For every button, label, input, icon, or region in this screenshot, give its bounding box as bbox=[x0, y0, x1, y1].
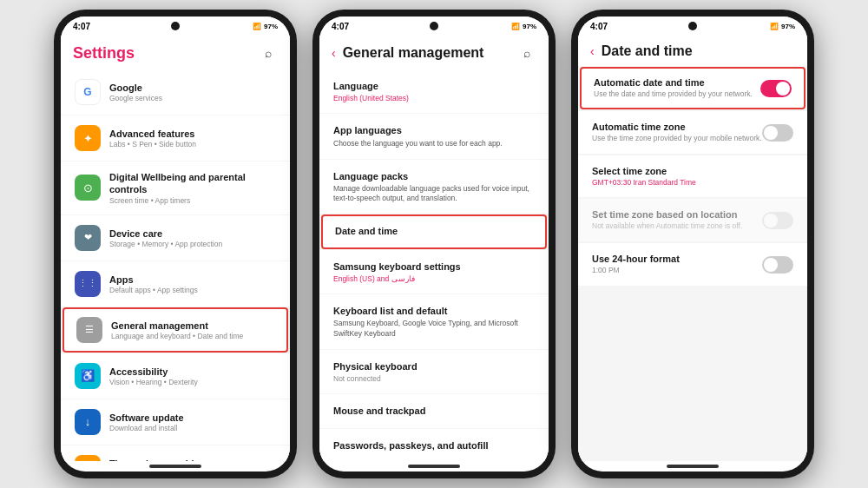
digital-text: Digital Wellbeing and parental controls … bbox=[109, 171, 276, 205]
software-text: Software update Download and install bbox=[109, 412, 276, 432]
settings-item-accessibility[interactable]: ♿ Accessibility Vision • Hearing • Dexte… bbox=[61, 353, 290, 399]
auto-date-time-toggle[interactable] bbox=[760, 80, 792, 97]
auto-timezone-title: Automatic time zone bbox=[592, 122, 762, 132]
status-icons-2: 📶 97% bbox=[511, 23, 536, 30]
toggle-knob-auto-timezone bbox=[764, 126, 778, 140]
app-languages-title: App languages bbox=[333, 124, 535, 137]
device-icon: ❤ bbox=[75, 225, 101, 251]
device-main: Device care bbox=[109, 228, 276, 240]
gm-item-samsung-keyboard[interactable]: Samsung keyboard settings English (US) a… bbox=[319, 250, 549, 293]
device-text: Device care Storage • Memory • App prote… bbox=[109, 228, 276, 248]
apps-text: Apps Default apps • App settings bbox=[109, 274, 276, 294]
toggle-knob-auto-date bbox=[776, 82, 790, 96]
search-icon-gm[interactable]: ⌕ bbox=[517, 43, 536, 63]
settings-item-digital[interactable]: ⊙ Digital Wellbeing and parental control… bbox=[61, 162, 290, 214]
settings-title: Settings bbox=[73, 44, 135, 63]
dt-item-auto-date-time[interactable]: Automatic date and time Use the date and… bbox=[580, 67, 806, 109]
accessibility-sub: Vision • Hearing • Dexterity bbox=[109, 378, 276, 386]
24hr-format-toggle[interactable] bbox=[762, 256, 793, 274]
24hr-format-title: Use 24-hour format bbox=[592, 254, 762, 264]
digital-icon: ⊙ bbox=[75, 175, 101, 201]
status-time-2: 4:07 bbox=[332, 22, 349, 31]
gm-item-date-time[interactable]: Date and time bbox=[321, 214, 547, 248]
advanced-text: Advanced features Labs • S Pen • Side bu… bbox=[109, 128, 276, 148]
24hr-format-left: Use 24-hour format 1:00 PM bbox=[592, 254, 762, 275]
dt-header: ‹ Date and time bbox=[578, 35, 807, 66]
gm-item-keyboard-list[interactable]: Keyboard list and default Samsung Keyboa… bbox=[319, 294, 549, 348]
camera-notch bbox=[171, 22, 180, 30]
status-time-3: 4:07 bbox=[590, 22, 608, 31]
gm-item-physical-keyboard[interactable]: Physical keyboard Not connected bbox=[319, 350, 549, 393]
set-timezone-location-toggle[interactable] bbox=[762, 212, 793, 229]
dt-item-auto-timezone[interactable]: Automatic time zone Use the time zone pr… bbox=[578, 111, 807, 154]
device-sub: Storage • Memory • App protection bbox=[109, 240, 276, 248]
settings-list: G Google Google services ✦ Advanced feat… bbox=[61, 69, 290, 461]
set-timezone-location-title: Set time zone based on location bbox=[592, 209, 762, 220]
gm-list: Language English (United States) App lan… bbox=[319, 69, 549, 461]
24hr-format-sub: 1:00 PM bbox=[592, 266, 762, 275]
general-main: General management bbox=[111, 320, 274, 332]
apps-icon: ⋮⋮ bbox=[75, 271, 101, 297]
search-icon[interactable]: ⌕ bbox=[259, 43, 278, 63]
tips-text: Tips and user guide Useful tips • New fe… bbox=[109, 458, 276, 461]
advanced-main: Advanced features bbox=[109, 128, 276, 140]
set-timezone-location-left: Set time zone based on location Not avai… bbox=[592, 209, 762, 231]
keyboard-list-title: Keyboard list and default bbox=[333, 305, 535, 318]
settings-item-google[interactable]: G Google Google services bbox=[61, 69, 290, 115]
status-time-1: 4:07 bbox=[73, 22, 90, 31]
app-languages-sub: Choose the language you want to use for … bbox=[333, 139, 535, 148]
software-sub: Download and install bbox=[109, 424, 276, 432]
language-title: Language bbox=[333, 80, 535, 93]
settings-item-software[interactable]: ↓ Software update Download and install bbox=[61, 399, 290, 445]
accessibility-text: Accessibility Vision • Hearing • Dexteri… bbox=[109, 366, 276, 386]
set-timezone-location-sub: Not available when Automatic time zone i… bbox=[592, 221, 762, 231]
date-time-screen: ‹ Date and time Automatic date and time … bbox=[578, 35, 807, 461]
accessibility-main: Accessibility bbox=[109, 366, 276, 378]
general-management-screen: ‹ General management ⌕ Language English … bbox=[319, 35, 549, 461]
passwords-title: Passwords, passkeys, and autofill bbox=[333, 439, 535, 452]
settings-screen: Settings ⌕ G Google Google services ✦ Ad… bbox=[61, 35, 290, 461]
physical-keyboard-sub: Not connected bbox=[333, 374, 535, 383]
gm-item-language-packs[interactable]: Language packs Manage downloadable langu… bbox=[319, 160, 549, 214]
gm-item-language[interactable]: Language English (United States) bbox=[319, 69, 549, 113]
settings-item-device[interactable]: ❤ Device care Storage • Memory • App pro… bbox=[61, 215, 290, 260]
settings-item-apps[interactable]: ⋮⋮ Apps Default apps • App settings bbox=[61, 261, 290, 307]
physical-keyboard-title: Physical keyboard bbox=[333, 360, 535, 373]
back-button-dt[interactable]: ‹ bbox=[590, 44, 595, 58]
phone-general-management: 4:07 📶 97% ‹ General management ⌕ Langua… bbox=[312, 10, 556, 478]
dt-item-set-timezone-location[interactable]: Set time zone based on location Not avai… bbox=[578, 199, 807, 241]
google-text: Google Google services bbox=[109, 82, 276, 102]
dt-list: Automatic date and time Use the date and… bbox=[578, 66, 807, 461]
select-timezone-left: Select time zone GMT+03:30 Iran Standard… bbox=[592, 166, 793, 187]
camera-notch-2 bbox=[430, 22, 438, 30]
auto-timezone-toggle[interactable] bbox=[762, 124, 793, 142]
settings-item-advanced[interactable]: ✦ Advanced features Labs • S Pen • Side … bbox=[61, 115, 290, 161]
gm-item-passwords[interactable]: Passwords, passkeys, and autofill bbox=[319, 429, 549, 461]
language-sub: English (United States) bbox=[333, 94, 535, 102]
samsung-keyboard-title: Samsung keyboard settings bbox=[333, 260, 535, 274]
settings-item-general[interactable]: ☰ General management Language and keyboa… bbox=[62, 307, 288, 353]
auto-date-time-sub: Use the date and time provided by your n… bbox=[594, 89, 760, 99]
dt-item-select-timezone[interactable]: Select time zone GMT+03:30 Iran Standard… bbox=[578, 155, 807, 197]
general-icon: ☰ bbox=[76, 317, 102, 343]
tips-main: Tips and user guide bbox=[109, 458, 276, 461]
auto-date-time-left: Automatic date and time Use the date and… bbox=[594, 77, 760, 99]
gm-title: General management bbox=[343, 45, 510, 61]
digital-sub: Screen time • App timers bbox=[109, 196, 276, 205]
settings-item-tips[interactable]: 💡 Tips and user guide Useful tips • New … bbox=[61, 445, 290, 461]
apps-sub: Default apps • App settings bbox=[109, 286, 276, 294]
camera-notch-3 bbox=[688, 22, 697, 30]
dt-item-24hr-format[interactable]: Use 24-hour format 1:00 PM bbox=[578, 243, 807, 286]
keyboard-list-sub: Samsung Keyboard, Google Voice Typing, a… bbox=[333, 319, 535, 338]
phone-date-time: 4:07 📶 97% ‹ Date and time Automatic dat… bbox=[571, 10, 814, 478]
gm-header: ‹ General management ⌕ bbox=[319, 35, 549, 69]
gm-item-app-languages[interactable]: App languages Choose the language you wa… bbox=[319, 114, 549, 158]
back-button-gm[interactable]: ‹ bbox=[332, 46, 336, 60]
toggle-knob-set-timezone bbox=[764, 214, 778, 228]
settings-header: Settings ⌕ bbox=[61, 35, 290, 69]
select-timezone-sub: GMT+03:30 Iran Standard Time bbox=[592, 178, 793, 187]
gm-item-mouse[interactable]: Mouse and trackpad bbox=[319, 394, 549, 428]
google-main: Google bbox=[109, 82, 276, 94]
home-indicator-3 bbox=[667, 465, 719, 468]
general-text: General management Language and keyboard… bbox=[111, 320, 274, 340]
